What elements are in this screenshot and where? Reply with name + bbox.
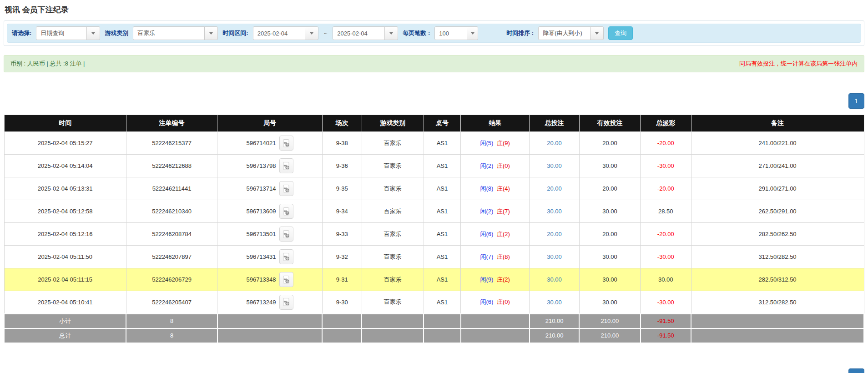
caret-down-icon — [209, 32, 213, 35]
summary-note: 同局有效投注，统一计算在该局第一张注单内 — [739, 60, 858, 68]
cell-remark: 271.00/241.00 — [691, 155, 864, 177]
video-replay-button[interactable] — [279, 136, 293, 151]
total-bet-link[interactable]: 20.00 — [547, 185, 562, 192]
round-number: 596713609 — [246, 208, 276, 215]
result-player: 闲(2) — [480, 162, 493, 169]
cell-valid-bet: 30.00 — [579, 155, 640, 177]
cell-valid-bet: 20.00 — [579, 177, 640, 200]
game-type-dropdown-button[interactable] — [204, 26, 218, 40]
total-bet-link[interactable]: 30.00 — [547, 253, 562, 260]
range-separator: ~ — [324, 30, 328, 37]
query-type-input[interactable] — [36, 26, 87, 40]
total-bet-link[interactable]: 20.00 — [547, 231, 562, 237]
cell-table-no: AS1 — [424, 200, 460, 223]
cell-session: 9-38 — [322, 132, 362, 155]
cell-bet-id: 522246208784 — [126, 223, 217, 246]
cell-session: 9-30 — [322, 291, 362, 314]
cell-result: 闲(6) 庄(0) — [461, 291, 530, 314]
total-bet-link[interactable]: 30.00 — [547, 208, 562, 215]
page: 视讯 会员下注纪录 请选择: 游戏类别 时间区间: — [0, 0, 868, 343]
result-player: 闲(5) — [480, 140, 493, 146]
total-bet-link[interactable]: 30.00 — [547, 299, 562, 306]
cell-time: 2025-02-04 05:11:15 — [4, 268, 126, 291]
date-from-dropdown-button[interactable] — [305, 26, 318, 40]
date-to-dropdown-button[interactable] — [384, 26, 398, 40]
subtotal-valid-bet: 210.00 — [579, 314, 640, 328]
sort-input[interactable] — [538, 26, 590, 40]
table-row: 2025-02-04 05:10:41 522246205407 5967132… — [4, 291, 864, 314]
cell-table-no: AS1 — [424, 132, 460, 155]
cell-session: 9-31 — [322, 268, 362, 291]
per-page-label: 每页笔数 : — [403, 29, 430, 37]
grand-total-row: 总计 8 210.00 210.00 -91.50 — [4, 328, 864, 343]
cell-remark: 312.50/282.50 — [691, 246, 864, 268]
total-bet-link[interactable]: 30.00 — [547, 162, 562, 169]
per-page-dropdown-button[interactable] — [467, 26, 478, 40]
video-replay-button[interactable] — [279, 295, 293, 310]
date-to-picker — [333, 26, 398, 40]
date-to-input[interactable] — [333, 26, 385, 40]
video-replay-button[interactable] — [279, 158, 293, 173]
cell-round-id: 596713714 — [217, 177, 323, 200]
caret-down-icon — [389, 32, 393, 35]
cell-remark: 291.00/271.00 — [691, 177, 864, 200]
page-1-button-bottom[interactable]: 1 — [848, 368, 864, 373]
table-row: 2025-02-04 05:15:27 522246215377 5967140… — [4, 132, 864, 155]
game-type-input[interactable] — [133, 26, 205, 40]
round-number: 596713348 — [246, 276, 276, 283]
header-bet-id: 注单编号 — [126, 115, 217, 132]
cell-remark: 262.50/291.00 — [691, 200, 864, 223]
header-round-id: 局号 — [217, 115, 323, 132]
header-game-type: 游戏类别 — [362, 115, 424, 132]
grand-total-label: 总计 — [4, 328, 126, 343]
round-number: 596714021 — [246, 140, 276, 146]
video-replay-button[interactable] — [279, 272, 293, 287]
pagination-top: 1 — [4, 93, 864, 109]
grand-total-total-bet: 210.00 — [530, 328, 580, 343]
round-number: 596713714 — [246, 185, 276, 192]
cell-payout: -30.00 — [641, 291, 691, 314]
video-replay-icon — [282, 275, 291, 284]
filter-bar: 请选择: 游戏类别 时间区间: ~ — [7, 24, 861, 43]
cell-result: 闲(7) 庄(8) — [461, 246, 530, 268]
summary-bar: 币别 : 人民币 | 总共 :8 注单 | 同局有效投注，统一计算在该局第一张注… — [4, 55, 864, 72]
video-replay-button[interactable] — [279, 204, 293, 219]
cell-game-type: 百家乐 — [362, 223, 424, 246]
total-bet-link[interactable]: 20.00 — [547, 140, 562, 146]
cell-session: 9-36 — [322, 155, 362, 177]
page-1-button[interactable]: 1 — [848, 93, 864, 109]
cell-remark: 241.00/221.00 — [691, 132, 864, 155]
result-banker: 庄(7) — [497, 208, 510, 215]
result-banker: 庄(0) — [497, 298, 510, 305]
result-banker: 庄(4) — [497, 185, 510, 192]
cell-payout: 30.00 — [641, 268, 691, 291]
cell-time: 2025-02-04 05:10:41 — [4, 291, 126, 314]
table-row: 2025-02-04 05:12:16 522246208784 5967135… — [4, 223, 864, 246]
table-row: 2025-02-04 05:11:15 522246206729 5967133… — [4, 268, 864, 291]
per-page-input[interactable] — [434, 26, 467, 40]
result-player: 闲(8) — [480, 185, 493, 192]
sort-dropdown-button[interactable] — [590, 26, 604, 40]
cell-payout: -20.00 — [641, 223, 691, 246]
table-body: 2025-02-04 05:15:27 522246215377 5967140… — [4, 132, 864, 314]
date-from-input[interactable] — [253, 26, 305, 40]
cell-time: 2025-02-04 05:13:31 — [4, 177, 126, 200]
query-type-combobox — [36, 26, 100, 40]
cell-total-bet: 30.00 — [530, 291, 580, 314]
cell-session: 9-35 — [322, 177, 362, 200]
total-bet-link[interactable]: 30.00 — [547, 276, 562, 283]
search-button[interactable]: 查询 — [608, 26, 633, 40]
cell-game-type: 百家乐 — [362, 200, 424, 223]
caret-down-icon — [595, 32, 599, 35]
result-banker: 庄(9) — [497, 140, 510, 146]
video-replay-button[interactable] — [279, 249, 293, 264]
cell-time: 2025-02-04 05:11:50 — [4, 246, 126, 268]
cell-session: 9-32 — [322, 246, 362, 268]
table-row: 2025-02-04 05:11:50 522246207897 5967134… — [4, 246, 864, 268]
video-replay-button[interactable] — [279, 181, 293, 196]
query-type-dropdown-button[interactable] — [86, 26, 100, 40]
table-row: 2025-02-04 05:13:31 522246211441 5967137… — [4, 177, 864, 200]
cell-time: 2025-02-04 05:15:27 — [4, 132, 126, 155]
cell-total-bet: 30.00 — [530, 246, 580, 268]
video-replay-button[interactable] — [279, 227, 293, 242]
